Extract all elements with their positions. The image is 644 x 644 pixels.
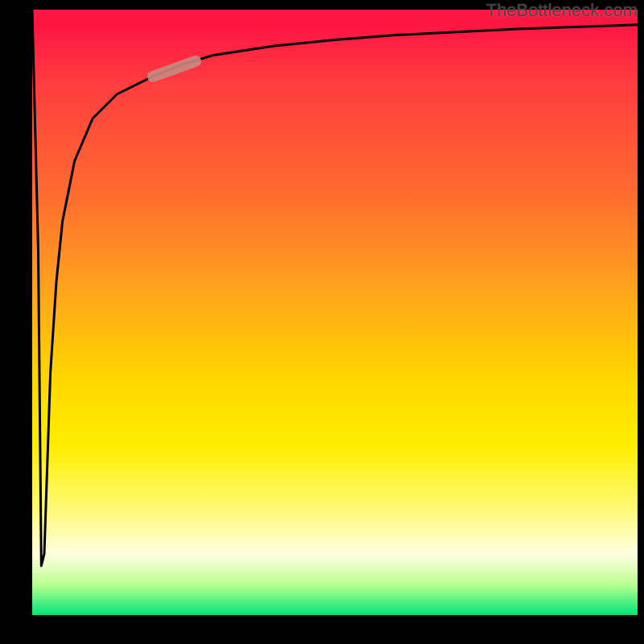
plot-area bbox=[32, 10, 638, 615]
bottleneck-curve bbox=[32, 10, 638, 566]
chart-container: TheBottleneck.com bbox=[0, 0, 644, 644]
attribution-text: TheBottleneck.com bbox=[486, 0, 638, 21]
curve-svg bbox=[32, 10, 638, 615]
highlight-segment bbox=[153, 61, 196, 76]
